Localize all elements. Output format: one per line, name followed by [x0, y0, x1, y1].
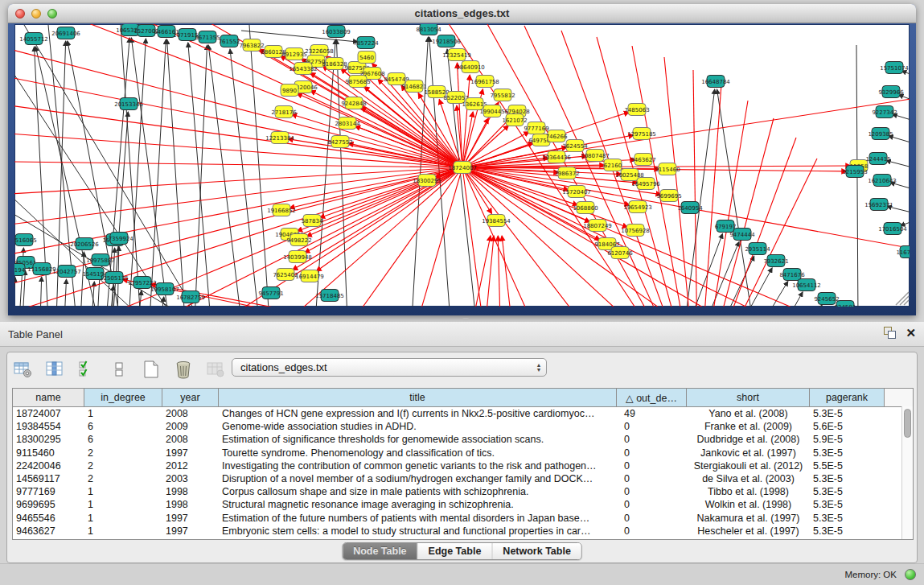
graph-edge[interactable]	[121, 25, 141, 307]
graph-node[interactable]: 9671355	[195, 31, 220, 43]
table-select-dropdown[interactable]: citations_edges.txt ▲▼	[232, 358, 547, 377]
graph-edge[interactable]	[498, 236, 500, 307]
graph-node[interactable]: 7986372	[554, 167, 579, 179]
graph-edge[interactable]	[764, 282, 788, 307]
window-titlebar[interactable]: citations_edges.txt	[8, 4, 916, 23]
graph-node[interactable]: 16961758	[470, 76, 499, 88]
graph-edge[interactable]	[893, 114, 910, 123]
graph-edge[interactable]	[195, 45, 207, 307]
graph-node[interactable]: 20206526	[70, 238, 99, 250]
graph-node[interactable]: 2718176	[271, 106, 297, 118]
graph-node[interactable]: 10756928	[621, 225, 650, 237]
graph-edge[interactable]	[80, 252, 84, 307]
table-row[interactable]: 977716911998Corpus callosum shape and si…	[13, 485, 913, 498]
graph-edge[interactable]	[447, 49, 476, 307]
table-row[interactable]: 2242004622012Investigating the contribut…	[13, 459, 913, 472]
column-header-out_de[interactable]: △ out_de…	[617, 389, 687, 406]
graph-node[interactable]: 7932621	[763, 255, 788, 267]
graph-edge[interactable]	[150, 39, 166, 307]
row-height-icon[interactable]	[109, 359, 129, 380]
graph-node[interactable]: 1621072	[502, 114, 527, 126]
graph-node[interactable]: 9457791	[258, 287, 283, 299]
graph-node[interactable]: 6120746	[607, 247, 633, 259]
graph-edge[interactable]	[462, 167, 630, 205]
graph-node[interactable]: 16210643	[868, 175, 897, 187]
graph-node[interactable]: 12975185	[627, 128, 656, 140]
graph-node[interactable]: 20364436	[542, 151, 571, 163]
table-row[interactable]: 911546021997Tourette syndrome. Phenomeno…	[13, 447, 913, 459]
table-vertical-scrollbar[interactable]	[901, 406, 913, 539]
graph-node[interactable]: 8427552	[327, 136, 352, 148]
graph-node[interactable]: 20153346	[114, 98, 143, 110]
graph-edge[interactable]	[693, 70, 698, 307]
float-panel-icon[interactable]	[884, 327, 896, 339]
tab-edge-table[interactable]: Edge Table	[418, 543, 493, 559]
resize-grip-icon[interactable]	[900, 296, 909, 305]
graph-edge[interactable]	[188, 43, 211, 307]
graph-edge[interactable]	[502, 236, 511, 307]
close-panel-icon[interactable]: ✕	[906, 327, 916, 339]
graph-edge[interactable]	[64, 279, 67, 307]
network-canvas[interactable]: 1872400779638228860128891293523226058982…	[14, 24, 910, 307]
graph-node[interactable]: 5460	[358, 51, 376, 64]
graph-node[interactable]: 17016504	[878, 223, 907, 235]
graph-node[interactable]: 1990445	[479, 105, 504, 117]
tab-network-table[interactable]: Network Table	[492, 543, 581, 559]
table-row[interactable]: 969969511998Structural magnetic resonanc…	[13, 498, 913, 511]
graph-node[interactable]: 15692371	[864, 199, 893, 211]
graph-edge[interactable]	[290, 167, 462, 307]
graph-node[interactable]: 15718485	[315, 290, 344, 302]
table-row[interactable]: 1456911722003Disruption of a novel membe…	[13, 472, 913, 485]
panel-splitter-handle[interactable]	[462, 318, 469, 320]
graph-node[interactable]: 9875685	[345, 76, 370, 88]
graph-edge[interactable]	[889, 136, 910, 146]
graph-edge[interactable]	[14, 167, 462, 225]
graph-node[interactable]: 19166852	[267, 204, 296, 216]
graph-node[interactable]: 39194	[14, 264, 26, 276]
graph-node[interactable]: 18640910	[456, 61, 485, 73]
column-header-short[interactable]: short	[687, 389, 810, 406]
graph-node[interactable]: 9474444	[729, 229, 755, 241]
column-header-pagerank[interactable]: pagerank	[810, 389, 885, 406]
graph-node[interactable]: 62160	[604, 159, 622, 171]
graph-node[interactable]: 9699695	[656, 190, 681, 202]
table-settings-icon[interactable]	[12, 359, 33, 380]
graph-node[interactable]: 16648784	[701, 76, 730, 88]
graph-node[interactable]: 9463627	[630, 154, 655, 166]
table-row[interactable]: 1938455462009Genome-wide association stu…	[13, 420, 913, 433]
graph-edge[interactable]	[14, 49, 462, 167]
graph-node[interactable]: 1068860	[573, 202, 598, 214]
graph-node[interactable]: 7625402	[273, 269, 298, 281]
new-table-icon[interactable]	[141, 359, 162, 380]
graph-node[interactable]: 14055712	[19, 33, 48, 45]
table-row[interactable]: 946362711997Embryonic stem cells: a mode…	[13, 525, 913, 538]
graph-node[interactable]: 9115460	[655, 163, 680, 175]
graph-edge[interactable]	[685, 89, 715, 307]
graph-node[interactable]: 9329966	[878, 86, 904, 98]
graph-edge[interactable]	[698, 101, 748, 307]
graph-node[interactable]: 9242848	[341, 97, 366, 109]
graph-node[interactable]: 8186328	[322, 58, 347, 70]
graph-edge[interactable]	[249, 25, 269, 307]
graph-edge[interactable]	[14, 278, 15, 307]
graph-node[interactable]: 924501	[835, 301, 856, 307]
graph-node[interactable]: 9777169	[524, 122, 548, 134]
graph-node[interactable]: 9245652	[814, 293, 839, 305]
graph-node[interactable]: 679197	[715, 220, 737, 233]
graph-edge[interactable]	[40, 277, 42, 307]
graph-node[interactable]: 9890	[281, 84, 298, 97]
graph-node[interactable]: 587834	[302, 215, 323, 227]
column-header-year[interactable]: year	[162, 389, 219, 406]
graph-node[interactable]: 1244415	[865, 153, 890, 165]
table-row[interactable]: 1872400712008Changes of HCN gene express…	[13, 407, 913, 420]
graph-edge[interactable]	[786, 292, 803, 307]
graph-edge[interactable]	[106, 38, 129, 307]
graph-edge[interactable]	[717, 89, 753, 307]
graph-node[interactable]: 7485063	[624, 104, 649, 116]
table-row[interactable]: 1830029562008Estimation of significance …	[13, 433, 913, 446]
delete-columns-icon[interactable]	[173, 359, 194, 380]
graph-node[interactable]: 2803144	[335, 117, 360, 130]
graph-node[interactable]: 9227342	[872, 106, 897, 118]
graph-node[interactable]: 9215953	[842, 166, 867, 178]
graph-edge[interactable]	[14, 167, 462, 307]
